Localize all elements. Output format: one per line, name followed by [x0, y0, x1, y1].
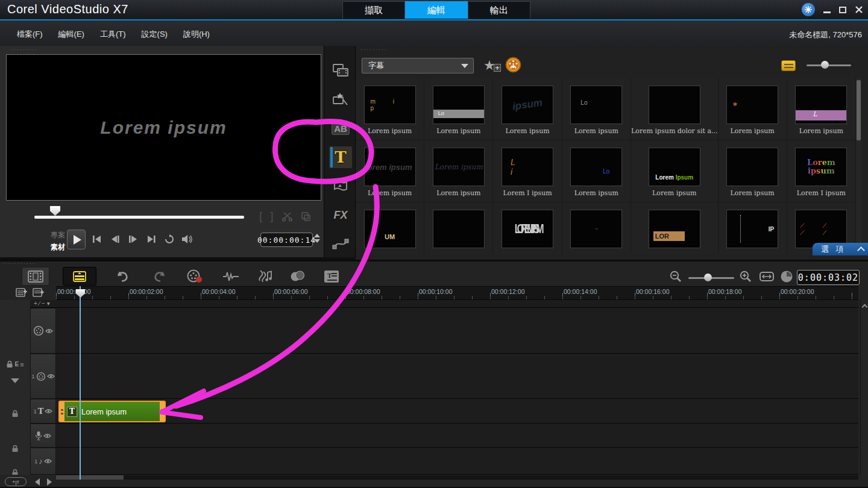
zoom-out-button[interactable]	[668, 267, 684, 286]
title-track-lock[interactable]	[0, 445, 30, 452]
undo-button[interactable]	[113, 267, 131, 286]
scrollbar-thumb[interactable]	[857, 80, 861, 140]
redo-button[interactable]	[151, 267, 169, 286]
close-icon[interactable]	[855, 5, 863, 14]
library-item[interactable]: Lorem IpsumLorem ipsum	[631, 140, 719, 202]
duration-clock-icon[interactable]	[779, 267, 794, 286]
volume-icon[interactable]	[181, 233, 193, 246]
title-track-row[interactable]	[56, 399, 858, 424]
record-capture-button[interactable]	[184, 267, 205, 286]
library-item[interactable]: Lorem ipsumLorem ipsum	[424, 140, 493, 202]
tab-edit[interactable]: 編輯	[405, 1, 468, 19]
library-item[interactable]: ~	[562, 202, 631, 254]
filter-reel-icon[interactable]	[505, 57, 521, 73]
sound-mixer-button[interactable]	[221, 267, 241, 286]
overlay-track-lock[interactable]	[0, 410, 30, 418]
panel-drag-handle[interactable]: ·········	[11, 48, 38, 51]
track-transparency-button[interactable]	[287, 267, 307, 286]
scroll-right-icon[interactable]	[47, 478, 52, 486]
mode-project-label[interactable]: 專案	[46, 230, 65, 240]
menu-settings[interactable]: 設定(S)	[142, 29, 168, 40]
tab-output[interactable]: 輸出	[468, 1, 530, 19]
zoom-in-button[interactable]	[738, 267, 753, 286]
menu-help[interactable]: 說明(H)	[183, 29, 210, 40]
go-end-icon[interactable]	[145, 233, 157, 246]
scroll-left-icon[interactable]	[35, 478, 40, 486]
add-favorite-star-icon[interactable]: ★+	[483, 58, 495, 74]
prev-frame-icon[interactable]	[108, 233, 121, 246]
scrub-thumb[interactable]	[50, 206, 60, 216]
timeline-vertical-scrollbar[interactable]	[860, 300, 868, 488]
mark-out-icon[interactable]: ]	[270, 210, 273, 223]
subtitle-editor-button[interactable]: T	[322, 267, 341, 286]
voice-track-row[interactable]	[56, 424, 858, 448]
overlay-track-button[interactable]: 1	[30, 354, 56, 399]
eye-icon[interactable]	[47, 374, 55, 379]
tab-capture[interactable]: 擷取	[342, 1, 405, 19]
fit-project-button[interactable]	[758, 267, 775, 286]
track-manager-icon[interactable]	[16, 288, 28, 297]
spin-up-icon[interactable]	[314, 234, 320, 237]
play-button[interactable]	[67, 230, 86, 249]
scroll-up-icon[interactable]	[862, 304, 868, 310]
library-item[interactable]: LOR	[631, 202, 719, 254]
library-item[interactable]: ∗Lorem ipsum	[719, 78, 787, 140]
nav-transition-button[interactable]: AB	[329, 117, 353, 140]
nav-graphic-button[interactable]	[329, 175, 353, 198]
scrub-bar[interactable]	[34, 216, 244, 219]
library-item[interactable]: L iLorem I ipsum	[493, 140, 562, 202]
eye-icon[interactable]	[44, 458, 52, 464]
mode-clip-label[interactable]: 素材	[46, 242, 65, 252]
library-item[interactable]: LoLorem ipsum	[562, 78, 631, 140]
library-item[interactable]	[424, 202, 493, 254]
overlay-track-row[interactable]	[56, 354, 858, 399]
menu-tools[interactable]: 工具(T)	[100, 29, 126, 40]
library-item[interactable]: Lorem ipsumLorem I ipsum	[787, 140, 856, 202]
repeat-icon[interactable]	[163, 233, 175, 246]
storyboard-view-button[interactable]	[22, 267, 49, 286]
eye-icon[interactable]	[45, 408, 52, 414]
video-track-row[interactable]	[56, 308, 858, 354]
nav-filter-button[interactable]: FX	[329, 204, 353, 227]
options-button[interactable]: 選 項	[813, 243, 868, 255]
voice-track-button[interactable]	[30, 424, 56, 448]
auto-music-button[interactable]	[256, 267, 275, 286]
title-track-button[interactable]: 1 T	[30, 399, 56, 424]
view-toggle-icon[interactable]	[781, 60, 796, 71]
insert-track-icon[interactable]	[33, 288, 45, 297]
timecode-spinner[interactable]	[314, 234, 320, 243]
add-chapter-button[interactable]: +ꞁ̣ᴛ	[5, 477, 27, 486]
gutter-expand-button[interactable]	[0, 378, 30, 383]
scrollbar-thumb[interactable]	[56, 475, 124, 480]
next-frame-icon[interactable]	[127, 233, 139, 246]
eye-icon[interactable]	[45, 328, 53, 334]
title-clip[interactable]: T Lorem ipsum	[58, 401, 166, 422]
mark-in-icon[interactable]: [	[259, 210, 262, 223]
spin-down-icon[interactable]	[314, 239, 320, 243]
timeline-timecode[interactable]: 0:00:03:02	[797, 270, 860, 285]
eye-icon[interactable]	[43, 433, 51, 439]
maximize-icon[interactable]	[839, 7, 846, 13]
music-track-row[interactable]	[56, 448, 858, 475]
timeline-zoom-slider-thumb[interactable]	[704, 274, 712, 281]
library-item[interactable]: LLorem ipsum	[787, 78, 856, 140]
help-icon[interactable]	[802, 3, 815, 16]
library-item[interactable]: LoLorem ipsum	[562, 140, 631, 202]
library-item[interactable]: UM	[356, 202, 424, 254]
timeline-horizontal-scrollbar[interactable]	[56, 475, 858, 480]
ripple-edit-all-toggle[interactable]: E≡	[0, 360, 30, 368]
split-clip-icon[interactable]	[281, 211, 293, 222]
library-item[interactable]: Lorem ipsum	[719, 140, 787, 202]
thumbnail-size-slider-thumb[interactable]	[821, 61, 829, 69]
clip-trim-handle-left[interactable]	[60, 402, 64, 421]
library-item[interactable]: m i pLorem ipsum	[356, 78, 424, 140]
preview-timecode[interactable]: 00:00:00:14	[260, 233, 313, 247]
thumbnail-size-slider[interactable]	[807, 64, 851, 66]
minimize-icon[interactable]	[823, 11, 831, 13]
copy-icon[interactable]	[301, 211, 311, 222]
music-track-button[interactable]: 1 ♪	[30, 448, 56, 475]
nav-instant-project-button[interactable]	[329, 88, 353, 111]
library-item[interactable]: LOREMIPSM	[493, 202, 562, 254]
track-add-tools[interactable]: + ∕ − ▾	[30, 300, 858, 308]
library-item[interactable]: IP	[719, 202, 787, 254]
